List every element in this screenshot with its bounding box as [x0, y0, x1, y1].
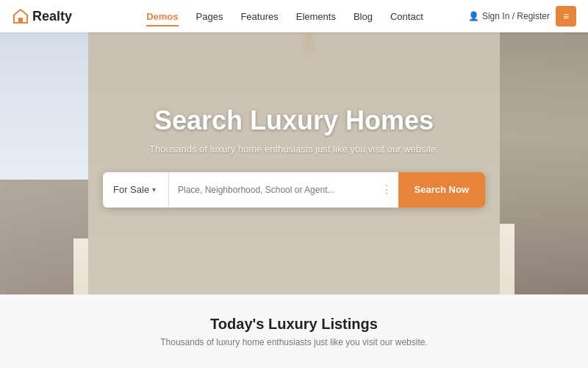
chevron-down-icon: ▾	[152, 185, 156, 194]
nav-item-pages[interactable]: Pages	[196, 8, 223, 25]
navbar-right: 👤 Sign In / Register ≡	[468, 6, 576, 26]
hero-subtitle: Thousands of luxury home enthusiasts jus…	[149, 144, 439, 155]
hero-section: Search Luxury Homes Thousands of luxury …	[0, 32, 588, 294]
nav-item-demos[interactable]: Demos	[146, 8, 178, 25]
bottom-subtitle: Thousands of luxury home enthusiasts jus…	[160, 337, 428, 347]
search-bar: For Sale ▾ ⋮ Search Now	[103, 172, 485, 208]
sign-in-label: Sign In / Register	[482, 11, 550, 21]
logo-text: Realty	[32, 9, 72, 24]
user-icon: 👤	[468, 11, 479, 21]
bottom-title: Today's Luxury Listings	[210, 316, 378, 333]
navbar: Realty Demos Pages Features Elements Blo…	[0, 0, 588, 32]
hero-title: Search Luxury Homes	[154, 105, 434, 136]
search-type-label: For Sale	[113, 184, 149, 195]
search-input[interactable]	[169, 172, 375, 208]
main-nav: Demos Pages Features Elements Blog Conta…	[101, 8, 468, 25]
divider-icon: ⋮	[375, 183, 398, 197]
search-type-dropdown[interactable]: For Sale ▾	[103, 172, 169, 208]
nav-item-elements[interactable]: Elements	[296, 8, 336, 25]
search-button[interactable]: Search Now	[398, 172, 485, 208]
logo[interactable]: Realty	[12, 7, 72, 25]
menu-button[interactable]: ≡	[556, 6, 576, 26]
sign-in-link[interactable]: 👤 Sign In / Register	[468, 11, 550, 21]
nav-item-contact[interactable]: Contact	[390, 8, 423, 25]
hero-content: Search Luxury Homes Thousands of luxury …	[0, 32, 588, 294]
logo-icon	[12, 7, 29, 25]
svg-rect-0	[18, 18, 23, 23]
nav-item-features[interactable]: Features	[240, 8, 278, 25]
menu-icon: ≡	[563, 10, 569, 22]
nav-item-blog[interactable]: Blog	[354, 8, 373, 25]
bottom-section: Today's Luxury Listings Thousands of lux…	[0, 294, 588, 368]
